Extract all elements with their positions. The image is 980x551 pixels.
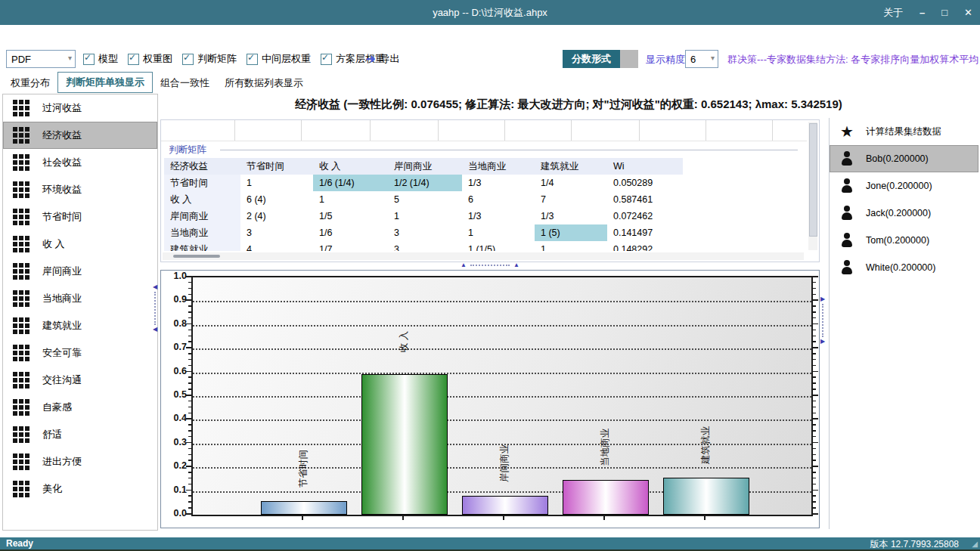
left-splitter-handle[interactable]: ◀ ◀	[153, 284, 157, 333]
matrix-cell[interactable]: 节省时间	[164, 175, 240, 191]
sidebar-item[interactable]: 当地商业	[3, 285, 157, 312]
sidebar-item[interactable]: 自豪感	[3, 394, 157, 421]
matrix-vertical-scrollbar[interactable]	[808, 122, 817, 250]
sidebar-item[interactable]: 经济收益	[3, 122, 157, 149]
aggregate-results-item[interactable]: ★计算结果集结数据	[830, 118, 978, 145]
matrix-header-cell: 节省时间	[240, 158, 313, 175]
matrix-cell[interactable]: 当地商业	[164, 224, 240, 241]
matrix-cell[interactable]: 1 (5)	[535, 224, 607, 241]
sidebar-item[interactable]: 安全可靠	[3, 339, 157, 367]
y-minor-tick	[188, 454, 191, 456]
criteria-sidebar: 过河收益经济收益社会收益环境收益节省时间收 入岸间商业当地商业建筑就业安全可靠交…	[2, 94, 158, 531]
sidebar-item[interactable]: 收 入	[3, 231, 157, 258]
matrix-cell[interactable]: 1	[240, 175, 313, 191]
matrix-cell[interactable]: 1/3	[462, 175, 535, 191]
matrix-cell[interactable]: 1/2 (1/4)	[388, 175, 462, 191]
close-button[interactable]: ✕	[964, 7, 972, 18]
fraction-format-toggle[interactable]: 分数形式	[563, 50, 638, 68]
y-axis-label: 0.5	[164, 389, 187, 400]
export-option-checkbox-3[interactable]: 中间层权重	[247, 52, 311, 66]
expert-name: Jack(0.200000)	[866, 208, 931, 218]
matrix-cell[interactable]: 1/7	[313, 241, 388, 251]
y-axis-label: 0.4	[164, 413, 187, 423]
maximize-button[interactable]: □	[941, 7, 947, 18]
matrix-cell[interactable]: 1/3	[535, 208, 607, 224]
export-option-checkbox-0[interactable]: 模型	[83, 52, 118, 66]
minimize-button[interactable]: –	[920, 7, 925, 18]
x-tick	[402, 516, 404, 520]
tab-0[interactable]: 权重分布	[3, 73, 57, 93]
y-major-tick	[813, 442, 818, 444]
matrix-cell[interactable]: 6 (4)	[240, 191, 313, 208]
sidebar-item[interactable]: 舒适	[3, 421, 157, 448]
matrix-cell[interactable]: 1/3	[462, 208, 535, 224]
expert-item[interactable]: Jone(0.200000)	[830, 172, 978, 200]
pdf-select[interactable]: PDF ▾	[6, 50, 76, 68]
sidebar-item[interactable]: 社会收益	[3, 149, 157, 176]
right-splitter-handle[interactable]: ▶ ▶	[820, 296, 825, 345]
gridline	[193, 373, 811, 374]
sidebar-item[interactable]: 节省时间	[3, 203, 157, 231]
matrix-cell[interactable]: 3	[388, 224, 462, 241]
judgment-matrix-panel: 判断矩阵 经济收益节省时间收 入岸间商业当地商业建筑就业Wi节省时间11/6 (…	[160, 119, 820, 262]
chevron-down-icon: ▾	[711, 54, 715, 62]
status-bar: Ready 版本 12.7.7993.25808 ◢	[0, 537, 980, 549]
matrix-cell[interactable]: 1	[388, 208, 462, 224]
matrix-cell[interactable]: 1/4	[535, 175, 607, 191]
matrix-cell[interactable]: 2 (4)	[240, 208, 313, 224]
matrix-cell[interactable]: 7	[535, 191, 607, 208]
matrix-cell[interactable]: 3	[240, 224, 313, 241]
sidebar-item[interactable]: 过河收益	[3, 94, 157, 122]
sidebar-item[interactable]: 美化	[3, 475, 157, 503]
sidebar-item[interactable]: 岸间商业	[3, 258, 157, 285]
expert-item[interactable]: White(0.200000)	[830, 254, 978, 281]
matrix-cell[interactable]: 建筑就业	[164, 241, 240, 251]
matrix-cell[interactable]: 岸间商业	[164, 208, 240, 224]
matrix-cell[interactable]: 0.050289	[607, 175, 683, 191]
sidebar-item[interactable]: 建筑就业	[3, 312, 157, 339]
matrix-row: 收 入6 (4)15670.587461	[164, 191, 683, 208]
export-button[interactable]: ➜ 导出	[361, 51, 405, 67]
matrix-cell[interactable]: 收 入	[164, 191, 240, 208]
tab-1[interactable]: 判断矩阵单独显示	[57, 72, 153, 93]
matrix-cell[interactable]: 1	[535, 241, 607, 251]
matrix-cell[interactable]: 1 (1/5)	[462, 241, 535, 251]
matrix-cell[interactable]: 0.587461	[607, 191, 683, 208]
about-button[interactable]: 关于	[883, 6, 903, 20]
matrix-header-row: 经济收益节省时间收 入岸间商业当地商业建筑就业Wi	[164, 158, 683, 175]
export-option-checkbox-1[interactable]: 权重图	[128, 52, 172, 66]
tab-3[interactable]: 所有数据列表显示	[217, 73, 311, 93]
matrix-cell[interactable]: 6	[462, 191, 535, 208]
y-minor-tick	[188, 330, 191, 331]
matrix-cell[interactable]: 1	[313, 191, 388, 208]
y-minor-tick	[813, 436, 816, 438]
expert-item[interactable]: Bob(0.200000)	[830, 145, 978, 172]
horizontal-splitter-handle[interactable]: ▲ ▲	[160, 262, 820, 268]
precision-select[interactable]: 6 ▾	[685, 50, 718, 68]
y-major-tick	[813, 371, 818, 373]
y-major-tick	[813, 418, 818, 419]
resize-grip[interactable]: ◢	[972, 540, 978, 548]
sidebar-item[interactable]: 环境收益	[3, 176, 157, 203]
export-option-checkbox-2[interactable]: 判断矩阵	[182, 52, 237, 66]
matrix-cell[interactable]: 0.141497	[607, 224, 683, 241]
x-tick	[704, 516, 706, 520]
sidebar-item-label: 环境收益	[42, 183, 82, 197]
sidebar-item[interactable]: 交往沟通	[3, 367, 157, 394]
expert-item[interactable]: Tom(0.200000)	[830, 227, 978, 254]
y-minor-tick	[813, 330, 816, 331]
matrix-cell[interactable]: 0.148292	[607, 241, 683, 251]
matrix-cell[interactable]: 3	[388, 241, 462, 251]
matrix-cell[interactable]: 1	[462, 224, 535, 241]
tab-2[interactable]: 组合一致性	[153, 73, 217, 93]
matrix-cell[interactable]: 1/6	[313, 224, 388, 241]
matrix-cell[interactable]: 5	[388, 191, 462, 208]
matrix-cell[interactable]: 0.072462	[607, 208, 683, 224]
matrix-cell[interactable]: 4	[240, 241, 313, 251]
matrix-horizontal-scrollbar[interactable]	[163, 252, 804, 260]
sidebar-item-label: 进出方便	[42, 455, 82, 469]
expert-item[interactable]: Jack(0.200000)	[830, 200, 978, 227]
matrix-cell[interactable]: 1/6 (1/4)	[313, 175, 388, 191]
sidebar-item[interactable]: 进出方便	[3, 448, 157, 475]
matrix-cell[interactable]: 1/5	[313, 208, 388, 224]
